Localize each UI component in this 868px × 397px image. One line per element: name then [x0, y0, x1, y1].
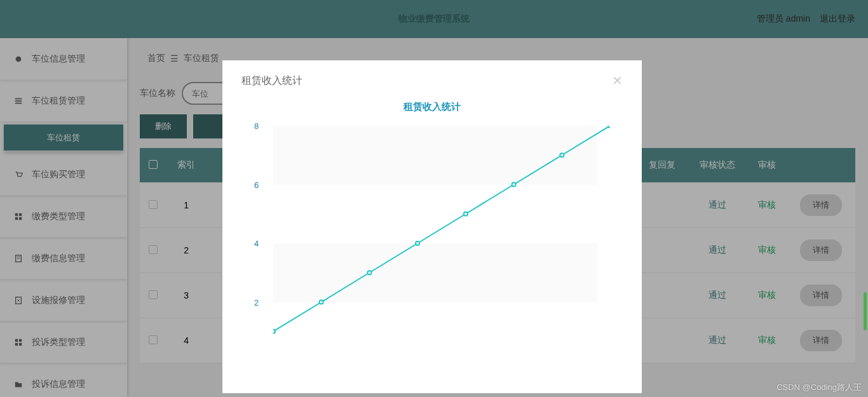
svg-point-18	[367, 271, 371, 274]
svg-point-17	[320, 300, 323, 304]
scroll-indicator	[864, 292, 867, 330]
y-tick-label: 8	[254, 121, 259, 131]
svg-point-16	[273, 330, 275, 333]
modal-title: 租赁收入统计	[241, 74, 302, 88]
svg-point-23	[608, 126, 610, 128]
y-tick-label: 2	[254, 297, 259, 307]
stats-modal: 租赁收入统计 ✕ 租赁收入统计 2468	[222, 60, 642, 393]
y-tick-label: 4	[254, 239, 259, 248]
chart: 租赁收入统计 2468	[241, 101, 623, 368]
svg-point-21	[512, 183, 516, 187]
chart-line	[273, 126, 610, 367]
chart-title: 租赁收入统计	[241, 101, 623, 113]
chart-area: 2468	[273, 126, 623, 361]
watermark: CSDN @Coding路人王	[776, 382, 862, 393]
close-icon[interactable]: ✕	[612, 73, 623, 88]
svg-point-20	[464, 212, 468, 216]
svg-point-22	[560, 153, 564, 157]
modal-header: 租赁收入统计 ✕	[241, 73, 623, 88]
y-tick-label: 6	[254, 180, 259, 189]
svg-point-19	[416, 241, 419, 245]
